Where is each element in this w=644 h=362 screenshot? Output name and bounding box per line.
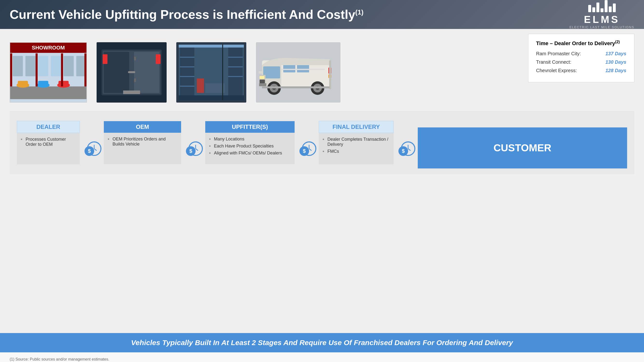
banner-text: Vehicles Typically Built In At Least 2 S… xyxy=(131,339,513,347)
final-content: Dealer Completes Transaction / Delivery … xyxy=(319,133,394,164)
info-superscript: (2) xyxy=(615,40,620,44)
info-value-1: 137 Days xyxy=(605,51,626,56)
info-row-3: Chevrolet Express: 128 Days xyxy=(536,68,626,73)
svg-rect-26 xyxy=(123,90,140,94)
oem-content: OEM Prioritizes Orders and Builds Vehicl… xyxy=(104,133,181,164)
footnote-text-1: (1) Source: Public sources and/or manage… xyxy=(10,357,110,361)
svg-rect-61 xyxy=(281,69,325,70)
dealer-content: Processes Customer Order to OEM xyxy=(17,133,80,164)
upfitter-stage: UPFITTER(S) Many Locations Each Have Pro… xyxy=(205,121,294,164)
svg-rect-66 xyxy=(258,71,262,74)
svg-rect-22 xyxy=(134,52,159,93)
svg-line-74 xyxy=(196,149,198,151)
svg-line-79 xyxy=(309,149,312,151)
customer-label: CUSTOMER xyxy=(494,142,552,154)
van-interior-image xyxy=(176,42,246,103)
money-clock-icon-3: $ xyxy=(296,137,318,158)
svg-rect-1 xyxy=(13,56,23,76)
van-interior-svg xyxy=(176,42,246,103)
bottom-banner: Vehicles Typically Built In At Least 2 S… xyxy=(0,333,644,352)
customer-box: CUSTOMER xyxy=(418,127,627,168)
logo-bar-6 xyxy=(609,6,612,12)
svg-rect-6 xyxy=(76,56,85,76)
svg-text:$: $ xyxy=(303,148,306,154)
showroom-image: SHOWROOM xyxy=(10,42,87,103)
logo-subtitle: ELECTRIC LAST MILE SOLUTIONS xyxy=(570,25,634,29)
final-bullet-2: FMCs xyxy=(322,149,390,154)
svg-rect-48 xyxy=(263,66,280,78)
svg-rect-17 xyxy=(84,53,86,86)
upfitter-bullet-2: Each Have Product Specialties xyxy=(209,144,291,149)
info-value-3: 128 Days xyxy=(605,68,626,73)
logo-bar-5 xyxy=(605,0,608,12)
footnote-1: (1) Source: Public sources and/or manage… xyxy=(10,357,634,362)
svg-rect-65 xyxy=(262,86,330,88)
main-content: Time – Dealer Order to Delivery(2) Ram P… xyxy=(0,29,644,333)
final-label: FINAL DELIVERY xyxy=(319,121,394,133)
svg-rect-14 xyxy=(10,53,12,86)
svg-text:$: $ xyxy=(189,148,192,154)
money-clock-icon-2: $ xyxy=(182,137,204,158)
svg-line-84 xyxy=(408,149,410,151)
svg-rect-4 xyxy=(51,56,61,76)
company-logo: ELMS ELECTRIC LAST MILE SOLUTIONS xyxy=(570,0,634,29)
logo-bar-2 xyxy=(592,7,595,12)
svg-rect-11 xyxy=(38,81,48,85)
showroom-svg xyxy=(10,53,86,100)
info-box-title: Time – Dealer Order to Delivery(2) xyxy=(536,40,626,46)
info-row-2: Transit Connect: 130 Days xyxy=(536,59,626,65)
svg-rect-15 xyxy=(36,53,38,86)
showroom-sign: SHOWROOM xyxy=(10,43,86,53)
svg-rect-28 xyxy=(156,54,160,64)
upfitter-content: Many Locations Each Have Product Special… xyxy=(205,133,294,164)
svg-line-69 xyxy=(94,149,96,151)
upfitter-bullet-3: Aligned with FMCs/ OEMs/ Dealers xyxy=(209,151,291,156)
svg-rect-5 xyxy=(64,56,74,76)
arrow-2: $ xyxy=(182,137,204,158)
logo-bar-7 xyxy=(613,3,616,12)
header: Current Vehicle Upfitting Process is Ine… xyxy=(0,0,644,29)
flow-container: DEALER Processes Customer Order to OEM $ xyxy=(17,117,627,168)
white-van-svg xyxy=(257,46,339,99)
svg-rect-64 xyxy=(329,60,331,89)
svg-rect-7 xyxy=(10,86,86,99)
page-title: Current Vehicle Upfitting Process is Ine… xyxy=(10,7,364,22)
svg-rect-21 xyxy=(104,52,129,93)
van-rear-image xyxy=(96,42,166,103)
dealer-label: DEALER xyxy=(17,121,80,133)
arrow-1: $ xyxy=(81,137,102,158)
dealer-bullet-1: Processes Customer Order to OEM xyxy=(21,137,76,147)
final-bullet-1: Dealer Completes Transaction / Delivery xyxy=(322,137,390,147)
logo-name: ELMS xyxy=(584,14,620,25)
info-label-1: Ram Promaster City: xyxy=(536,51,581,56)
logo-bar-4 xyxy=(600,8,604,12)
money-clock-icon-4: $ xyxy=(395,137,416,158)
title-text: Current Vehicle Upfitting Process is Ine… xyxy=(10,7,355,21)
upfitter-label: UPFITTER(S) xyxy=(205,121,294,133)
logo-bar-1 xyxy=(588,5,591,12)
oem-label: OEM xyxy=(104,121,181,133)
customer-stage: CUSTOMER xyxy=(418,117,627,168)
dealer-stage: DEALER Processes Customer Order to OEM xyxy=(17,121,80,164)
footer: (1) Source: Public sources and/or manage… xyxy=(0,352,644,362)
svg-text:$: $ xyxy=(402,148,405,154)
upfitter-bullet-1: Many Locations xyxy=(209,137,291,142)
arrow-4: $ xyxy=(395,137,416,158)
logo-bar-3 xyxy=(596,3,599,12)
svg-rect-23 xyxy=(128,71,135,73)
svg-rect-50 xyxy=(259,83,266,86)
oem-bullet-1: OEM Prioritizes Orders and Builds Vehicl… xyxy=(108,137,177,147)
svg-rect-45 xyxy=(222,45,223,100)
showroom-body xyxy=(10,53,86,102)
svg-rect-2 xyxy=(25,56,36,76)
svg-rect-52 xyxy=(260,80,265,83)
svg-rect-3 xyxy=(38,56,48,76)
info-label-2: Transit Connect: xyxy=(536,59,571,65)
arrow-3: $ xyxy=(296,137,318,158)
process-section: DEALER Processes Customer Order to OEM $ xyxy=(10,111,634,174)
title-superscript: (1) xyxy=(355,8,364,16)
svg-rect-25 xyxy=(134,78,136,82)
info-label-3: Chevrolet Express: xyxy=(536,68,577,73)
svg-rect-9 xyxy=(18,81,28,85)
final-delivery-stage: FINAL DELIVERY Dealer Completes Transact… xyxy=(319,121,394,164)
